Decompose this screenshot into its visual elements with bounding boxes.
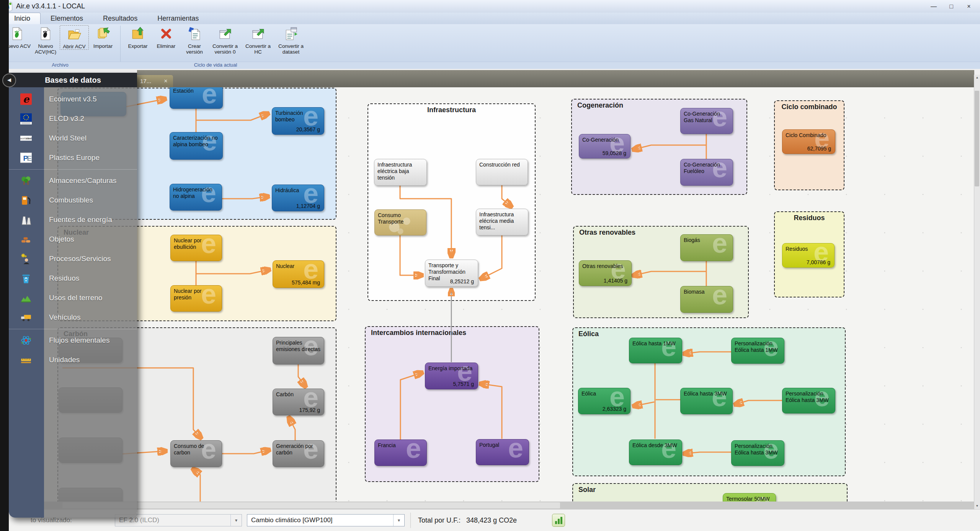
node-nuclear-por-ebullicion[interactable]: Nuclear por ebullición e (170, 235, 222, 261)
node-cogeneracion[interactable]: Co-Generación 59,0528 g e (579, 134, 630, 158)
node-energia-importada[interactable]: Energía importada 5,7571 g e (425, 363, 478, 389)
sidebar-item-label: Almacenes/Capturas (49, 176, 116, 185)
chart-button[interactable] (552, 514, 565, 527)
node-ciclo-combinado[interactable]: Ciclo Combinado 62,7095 g e (782, 129, 835, 154)
open-folder-icon (67, 27, 81, 41)
diagram-canvas[interactable]: Nuclear Carbón Infraestructura Cogenerac… (9, 87, 974, 509)
node-label: Hidrogeneración no alpina (170, 184, 222, 202)
node-estacion[interactable]: Estación e (170, 87, 223, 109)
node-transporte-transformacion-final[interactable]: Transporte y Transformación Final 8,2521… (425, 260, 478, 287)
exportar-button[interactable]: Exportar (124, 25, 152, 49)
node-label: Consumo Transporte (375, 210, 426, 227)
node-consumo-transporte[interactable]: Consumo Transporte (374, 209, 426, 235)
node-eolica[interactable]: Eólica 2,63323 g e (578, 388, 630, 414)
abrir-acv-button[interactable]: Abrir ACV (60, 25, 89, 50)
node-label: Francia (375, 440, 426, 451)
node-principales-emisiones-directas[interactable]: Principales emisiones directas e (273, 337, 324, 364)
node-value: 2,63323 g (603, 406, 626, 412)
convertir-a-dataset-button[interactable]: Convertir a dataset (274, 25, 307, 55)
node-caracterizacion-no-alpina-bombeo[interactable]: Caracterización no alpina bombeo e (170, 132, 223, 160)
sidebar-item-almacenes[interactable]: Almacenes/Capturas (9, 171, 137, 191)
scroll-up-icon[interactable]: ▲ (974, 75, 980, 81)
node-hidraulica[interactable]: Hidráulica 1,12704 g e (272, 185, 324, 211)
window-green-arrow-icon (251, 27, 265, 41)
sidebar-item-objetos[interactable]: Objetos (9, 230, 137, 249)
node-portugal[interactable]: Portugal e (476, 439, 529, 465)
node-label: Personalización Eólica hasta 3MW (732, 441, 784, 458)
impact-category-select[interactable]: Cambio climático [GWP100] ▾ (247, 514, 405, 526)
nuevo-acv-hc-button[interactable]: Nuevo ACV(HC) (31, 25, 60, 55)
close-button[interactable]: × (960, 2, 978, 11)
sidebar-item-fuentes-energia[interactable]: Fuentes de energía (9, 210, 137, 230)
node-construccion-red[interactable]: Construcción red (476, 159, 528, 185)
node-biogas[interactable]: Biogás e (680, 234, 733, 261)
status-bar: to visualizado: EF 2.0 (ILCD) ▾ Cambio c… (0, 509, 980, 531)
importar-button[interactable]: Importar (89, 25, 117, 49)
node-hidrogeneracion-no-alpina[interactable]: Hidrogeneración no alpina e (170, 184, 222, 211)
vertical-scrollbar-thumb[interactable] (975, 91, 979, 186)
sidebar-item-procesos[interactable]: Procesos/Servicios (9, 249, 137, 269)
sidebar-item-residuos[interactable]: Residuos (9, 269, 137, 288)
sidebar-item-plastics-europe[interactable]: PE Plastics Europe (9, 148, 137, 168)
sidebar-item-vehiculos[interactable]: Vehículos (9, 308, 137, 327)
vertical-scrollbar[interactable]: ▲ ▼ (974, 75, 980, 509)
node-nuclear-por-presion[interactable]: Nuclear por presión e (170, 285, 222, 312)
convertir-a-hc-button[interactable]: Convertir a HC (242, 25, 274, 55)
node-cogeneracion-fueloleo[interactable]: Co-Generación Fuelóleo e (680, 159, 733, 186)
sidebar-item-combustibles[interactable]: Combustibles (9, 191, 137, 210)
tab-herramientas[interactable]: Herramientas (147, 13, 209, 24)
scroll-down-icon[interactable]: ▼ (974, 503, 980, 509)
node-label: Eólica hasta 1MW (629, 338, 682, 349)
node-personalizacion-eolica-hasta-3mw[interactable]: Personalización Eólica hasta 3MW e (782, 388, 835, 413)
node-label: Portugal (476, 440, 529, 451)
node-value: 62,7095 g (807, 145, 831, 152)
close-tab-icon[interactable]: × (162, 78, 169, 85)
node-consumo-de-carbon[interactable]: Consumo de carbon e (170, 440, 222, 467)
node-otras-renovables[interactable]: Otras renovables 1,41405 g e (579, 260, 632, 286)
node-generacion-por-carbon[interactable]: Generación por carbón e (273, 440, 324, 467)
node-personalizacion-eolica-hasta-3mw-b[interactable]: Personalización Eólica hasta 3MW e (731, 440, 784, 466)
crear-version-button[interactable]: Crear versión (180, 25, 209, 55)
node-value: 1,12704 g (296, 203, 320, 209)
node-label: Energía importada (425, 363, 478, 374)
sidebar-item-unidades[interactable]: Unidades (9, 350, 137, 370)
node-residuos[interactable]: Residuos 7,00786 g e (782, 243, 835, 268)
node-eolica-hasta-1mw[interactable]: Eólica hasta 1MW e (629, 338, 682, 363)
node-turbinacion-bombeo[interactable]: Turbinación bombeo 20,3567 g e (272, 107, 324, 135)
tab-elementos[interactable]: Elementos (41, 13, 93, 24)
node-nuclear[interactable]: Nuclear 575,484 mg e (273, 260, 324, 288)
node-carbon[interactable]: Carbón 175,92 g e (273, 389, 324, 415)
minimize-button[interactable]: — (925, 2, 942, 11)
node-cogeneracion-gas-natural[interactable]: Co-Generación Gas Natural e (680, 108, 733, 134)
impact-visualized-label: to visualizado: (31, 516, 72, 524)
horizontal-scrollbar-thumb[interactable] (62, 502, 560, 508)
collapse-panel-button[interactable]: ◀ (2, 74, 16, 87)
back-arrow-icon: ◀ (7, 77, 11, 83)
bricks-icon (20, 234, 32, 245)
horizontal-scrollbar[interactable] (9, 502, 974, 509)
document-tab-bar: 17... × (137, 70, 974, 87)
node-eolica-hasta-3mw[interactable]: Eólica hasta 3MW e (680, 388, 733, 414)
total-value: 348,423 g CO2e (466, 516, 517, 524)
export-folder-icon (131, 27, 145, 41)
node-francia[interactable]: Francia e (374, 440, 427, 466)
restore-button[interactable]: □ (942, 2, 960, 11)
worldsteel-logo-icon: worldsteel (20, 132, 32, 144)
tab-resultados[interactable]: Resultados (93, 13, 147, 24)
sidebar-item-flujos-elementales[interactable]: Flujos elementales (9, 331, 137, 350)
node-infraestructura-baja-tension[interactable]: Infraestructura eléctrica baja tensión (374, 159, 427, 186)
node-infraestructura-media-tension[interactable]: Infraestructura elécrica media tensi... (476, 209, 528, 235)
window-green-arrow-icon (218, 27, 232, 41)
sidebar-item-usos-terreno[interactable]: Usos del terreno (9, 288, 137, 308)
node-personalizacion-eolica-hasta-1mw[interactable]: Personalización Eólica hasta 1MW e (731, 338, 784, 364)
sidebar-item-label: Combustibles (49, 196, 93, 204)
sidebar-item-ecoinvent[interactable]: e Ecoinvent v3.5 (9, 90, 137, 109)
sidebar-item-elcd[interactable]: ELCD v3.2 (9, 109, 137, 129)
sidebar-item-world-steel[interactable]: worldsteel World Steel (9, 129, 137, 148)
ribbon-group-label: Archivo (0, 62, 120, 69)
convertir-a-version-0-button[interactable]: Convertir a versión 0 (209, 25, 242, 55)
node-biomasa[interactable]: Biomasa e (680, 286, 733, 313)
eliminar-button[interactable]: Eliminar (152, 25, 180, 49)
node-eolica-desde-3mw[interactable]: Eólica desde 3MW e (629, 440, 682, 465)
tab-inicio[interactable]: Inicio (4, 13, 41, 24)
